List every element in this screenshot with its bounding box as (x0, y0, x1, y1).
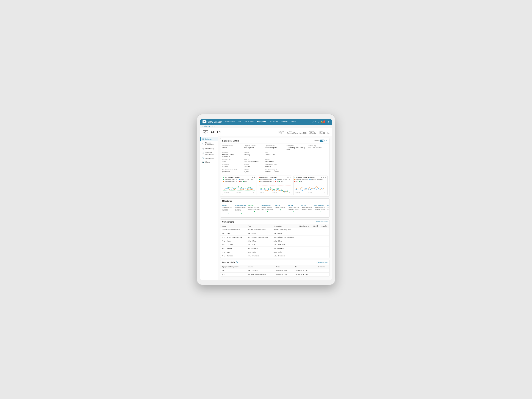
field-purchased: Purchased 12/3/2017 (222, 164, 242, 168)
user-icon[interactable]: RS (327, 121, 329, 123)
col-manufacturer: Manufacturer (298, 224, 312, 228)
col-model: Model (312, 224, 320, 228)
chart-amperage: ● Fan & Motor - Amperage ⤢ ✕ (258, 176, 292, 195)
milestone-arrow: ▼ (288, 210, 300, 212)
col-to: To (293, 265, 316, 269)
chart-amperage-title: ● Fan & Motor - Amperage ⤢ ✕ (259, 177, 291, 178)
sidebar-label-attachments: Attachments (205, 157, 214, 159)
cell-type: AHU - Breaker (246, 247, 272, 250)
breadcrumb-parent[interactable]: Equipment (203, 125, 210, 127)
sidebar-item-planned-maintenance[interactable]: 🔧 Planned Maintenance (200, 141, 218, 147)
chart-temps: ✔ Supply & Return Temps (F°) ⤢ ⤢ ✕ (293, 176, 328, 195)
milestone-item: PM: 250 Created: 5/12/2020 Completed: 7/… (248, 205, 260, 213)
milestone-arrow: ▼ (327, 210, 329, 212)
cell-vendor: ABC Services (247, 269, 274, 272)
legend-amp-1: Amperage PH1 AHU - F... (259, 179, 274, 180)
nav-item-workorders[interactable]: Work Orders (224, 120, 236, 123)
paperclip-icon: 📎 (202, 157, 204, 159)
field-equipment-name: Equipment Name AHU 1 (222, 145, 242, 150)
nav-item-inspections[interactable]: Inspections (244, 120, 254, 123)
sidebar-item-photos[interactable]: 📷 Photos (200, 160, 218, 164)
warranty-tbody: AHU 1 ABC Services January 1, 2019 Decem… (221, 269, 329, 276)
cell-description: AHU - Breaker (272, 247, 298, 250)
help-icon[interactable]: ? (318, 121, 319, 123)
milestone-arrow: ▼ (314, 210, 326, 212)
col-type: Type (246, 224, 272, 228)
main-layout: ⊞ Equipment 🔧 Planned Maintenance 🕐 Work… (200, 136, 332, 280)
cell-serial (320, 239, 329, 243)
cell-serial (320, 250, 329, 254)
nav-item-scheduler[interactable]: Scheduler (269, 120, 279, 123)
clock-icon: 🕐 (202, 148, 204, 150)
cell-from: January 1, 2019 (274, 269, 293, 272)
cell-type: AHU - Blower Fan Assembly (246, 235, 272, 239)
cell-equipment: AHU 1 (221, 272, 247, 276)
close-icon[interactable]: ✕ (315, 120, 317, 123)
expand-icon3[interactable]: ⤢ (323, 177, 324, 178)
field-serial: Serial # AKT23X373L (265, 159, 285, 162)
close-chart-icon3[interactable]: ✕ (325, 177, 326, 178)
nav-item-setup[interactable]: Setup (291, 120, 297, 123)
cell-model (312, 247, 320, 250)
cell-serial (320, 235, 329, 239)
bell-icon[interactable]: 🔔 (320, 120, 323, 123)
field-installed: Installed 1/5/2018 (244, 164, 263, 168)
field-model: Model # FB4CNP036L00EAAA (244, 159, 263, 162)
header-meta: Category HVAC Property Roosevelt Tower (… (278, 131, 329, 134)
expand-icon[interactable]: ⤢ (252, 177, 253, 178)
close-chart-icon2[interactable]: ✕ (289, 177, 291, 178)
svg-point-1 (204, 131, 206, 133)
table-row: Variable Frequency Drive Variable Freque… (221, 228, 329, 232)
field-empty2 (308, 152, 328, 157)
warranty-section: Warranty Info ⓘ + Add Warranty Equipment… (220, 260, 329, 277)
equipment-details-title: Equipment Details (222, 140, 239, 142)
cell-vendor: For Rent Media Solutions (247, 272, 274, 276)
add-warranty-button[interactable]: + Add Warranty (317, 262, 328, 263)
charts-toggle[interactable] (320, 139, 324, 142)
components-table: Name Type Description Manufacturer Model… (221, 224, 329, 258)
app-logo: M Facility Manager (203, 120, 222, 123)
milestone-item: Inspection: 257 Created: 7/9/2020 Comple… (262, 205, 274, 213)
close-chart-icon[interactable]: ✕ (254, 177, 255, 178)
sidebar-item-equipment[interactable]: ⊞ Equipment (200, 137, 218, 141)
sidebar-item-template-attachments[interactable]: 📋 Template Attachments (200, 151, 218, 156)
chart-temps-legend: Supply Air Temperatu... Return Air Tempe… (294, 179, 326, 182)
chart-voltages-actions: ⤢ ✕ (252, 177, 255, 178)
cell-model (312, 254, 320, 258)
nav-item-equipment[interactable]: Equipment (256, 120, 267, 123)
components-table-container: Name Type Description Manufacturer Model… (221, 224, 329, 258)
expand-icon2[interactable]: ⤢ (287, 177, 289, 178)
cell-comment (316, 269, 329, 272)
expand-all-icon[interactable]: ⤢ (321, 177, 322, 178)
edit-icon[interactable]: ✎ (326, 139, 328, 142)
cell-manufacturer (298, 247, 312, 250)
add-component-button[interactable]: + Add Component (315, 221, 328, 223)
chart-temps-title: ✔ Supply & Return Temps (F°) ⤢ ⤢ ✕ (294, 177, 326, 178)
header-property: Property Roosevelt Tower (comeff02) (287, 131, 307, 134)
svg-text:02/12/2019: 02/12/2019 (308, 192, 312, 193)
milestone-arrow: ▼ (301, 210, 313, 212)
cell-type: AHU - Coils (246, 250, 272, 254)
milestone-item: PM: 343 Created: 4/9/2025 Completed: 4/1… (222, 205, 234, 214)
sidebar-label-equipment: Equipment (205, 138, 212, 140)
legend-temp-max: Max (299, 181, 302, 182)
legend-temp-2: Return Air Temperatu... (310, 179, 324, 180)
legend-item-min: Min (239, 181, 242, 182)
cell-type: Variable Frequency Drive (246, 228, 272, 232)
sidebar-item-attachments[interactable]: 📎 Attachments (200, 156, 218, 160)
cell-description: AHU - Fan Belts (272, 243, 298, 247)
field-replacement-cost: Est. Replacement Cost $25,000.00 (222, 169, 242, 173)
nav-item-reports[interactable]: Reports (281, 120, 288, 123)
milestones-header: Milestones (221, 199, 329, 203)
cell-manufacturer (298, 232, 312, 235)
chart-temps-svg: 01/30/2018 02/12/2019 01 (294, 183, 326, 193)
warranty-table-container: Equipment/Component Vendor From To Comme… (221, 265, 329, 276)
bookmark-icon[interactable]: ⊟ (312, 120, 314, 123)
cell-equipment: AHU 1 (221, 269, 247, 272)
cell-serial (320, 247, 329, 250)
nav-item-pm[interactable]: PM (238, 120, 242, 123)
cell-name: AHU - Dampers (221, 254, 246, 258)
sidebar-item-work-history[interactable]: 🕐 Work History (200, 147, 218, 151)
cell-to: December 31, 2020 (293, 272, 316, 276)
sidebar-label-photos: Photos (205, 161, 210, 163)
